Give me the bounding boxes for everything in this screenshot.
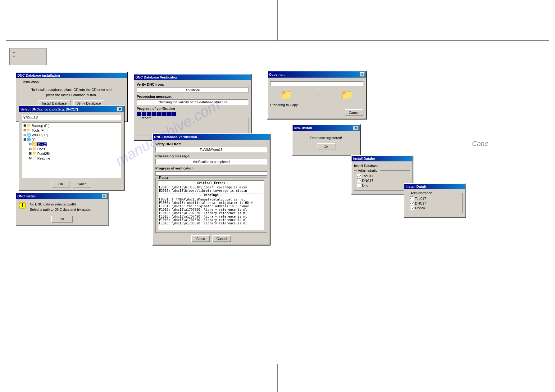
expand-icon: ⊟ (23, 137, 26, 142)
tree-item-tools[interactable]: ⊞ 📁 Tools [F:] (23, 128, 120, 133)
cb-dnc-1[interactable]: Dnc (357, 183, 407, 187)
expand-icon: ⊞ (23, 124, 26, 128)
critical-errors-header: — Critical Errors — (159, 181, 263, 185)
dnc-verification1-titlebar[interactable]: DNC Database Verification (134, 74, 251, 80)
error-message: No DNC data in selected path! Select a p… (30, 202, 91, 212)
install-datab1-admin-label: Administration (357, 169, 380, 172)
error-ok-button[interactable]: OK (51, 216, 73, 223)
cb-dnc17-1[interactable]: ✓ DNC17 (357, 178, 407, 182)
dnc-install-error-titlebar[interactable]: DNC install ✕ (16, 193, 108, 199)
dnc-install-ok-message: Database registered! (295, 136, 357, 140)
dnc17-label-1: DNC17 (362, 179, 373, 182)
copying-progress-bar (270, 81, 363, 86)
dnc-verification2-dialog: DNC Database Verification Verify DNC fro… (152, 133, 270, 245)
installation-group-label: Installation (21, 80, 40, 84)
tree-item-docs[interactable]: ⊞ 📁 Docs (23, 146, 120, 151)
install-datab2-admin-label: Administration (410, 191, 433, 195)
report-line7: F1010: \dnc13\a1707330: library referenc… (159, 211, 263, 215)
cb-dnc17-2[interactable]: ✓ DNC17 (410, 201, 460, 205)
dnc-installation-titlebar[interactable]: DNC Database installation (16, 73, 127, 78)
error-close-btn[interactable]: ✕ (102, 194, 107, 198)
verification2-cancel-button[interactable]: Cancel (212, 235, 231, 242)
tree-item-y[interactable]: ⊟ 🌐 [Y:] (23, 137, 120, 142)
cb-tod017-1[interactable]: ✓ Tod017 (357, 174, 407, 178)
report-label2: Report (158, 176, 170, 179)
report-line5: F1031: \dnc13: the originator address is… (159, 205, 263, 208)
dnc-checkbox-1[interactable] (357, 183, 361, 187)
dnc17-label-2: DNC17 (415, 201, 426, 205)
install-datab1-admin-group: Administration ✓ Tod017 ✓ DNC17 Dnc (354, 170, 410, 191)
processing-value1: Checking the validity of the database st… (137, 99, 248, 105)
report-textarea2[interactable]: — Critical Errors — E2010: \dnc13\h13160… (158, 180, 264, 230)
progress-label2: Progress of verification (155, 166, 267, 170)
expand-icon: ⊞ (29, 151, 32, 155)
expand-icon: ⊞ (29, 142, 32, 146)
copying-title: Copying... (269, 73, 285, 76)
warnings-header: — Warnings — (159, 193, 263, 197)
dnc-install-ok-button[interactable]: OK (317, 143, 335, 150)
verify-from-label1: Verify DNC from: (137, 83, 248, 86)
copying-titlebar[interactable]: Copying... ✕ (268, 71, 366, 78)
dnc-install-ok-close-btn[interactable]: ✕ (353, 126, 358, 130)
install-datab2-titlebar[interactable]: Install Datab (404, 184, 465, 189)
tree-item-vdu09[interactable]: ⊞ 🌐 Vdu09 [X:] (23, 133, 120, 137)
copying-cancel-button[interactable]: Cancel (345, 109, 363, 116)
dnc-verification1-dialog: DNC Database Verification Verify DNC fro… (134, 74, 252, 140)
copying-close-btn[interactable]: ✕ (360, 72, 365, 77)
source-folder-icon: 📁 (280, 89, 293, 101)
progress-bar1 (137, 112, 248, 116)
folder-icon: 📁 (32, 142, 37, 146)
dest-folder-icon: 📁 (341, 89, 353, 101)
tod017-checkbox-1[interactable]: ✓ (357, 174, 361, 178)
top-rule (6, 40, 549, 41)
tree-item-dnc2[interactable]: ⊞ 📁 Dnc2 (23, 142, 120, 146)
dnc24-checkbox-2[interactable]: ✓ (410, 206, 414, 210)
dnc-verification2-titlebar[interactable]: DNC Database Verification (153, 134, 270, 140)
report-content1 (139, 121, 246, 133)
report-group2: Report — Critical Errors — E2010: \dnc13… (155, 178, 267, 233)
install-datab1-titlebar[interactable]: Install Databe (352, 156, 412, 161)
dnc17-checkbox-1[interactable]: ✓ (357, 178, 361, 182)
dest-folder: 📁 (341, 89, 353, 101)
progress-bar2-empty (155, 171, 267, 176)
tree-item-fund254[interactable]: ⊞ 📁 Fund254 (23, 151, 120, 156)
processing-value2: Verification is completed (155, 159, 267, 164)
select-dnc-close-btn[interactable]: ✕ (117, 107, 122, 111)
folder-icon: 📁 (27, 124, 31, 128)
folder-icon: 🌐 (27, 137, 31, 142)
tree-item-backup[interactable]: ⊞ 📁 Backup (E:) (23, 123, 120, 128)
select-dnc-cancel-button[interactable]: Cancel (73, 181, 91, 187)
verification2-close-button[interactable]: Close (191, 235, 210, 242)
select-dnc-titlebar[interactable]: Select DNCxx location (e.g. DNC17) ✕ (19, 106, 124, 112)
tree-item-readme[interactable]: ⊠ 📄 Readme (23, 156, 120, 160)
verify-from-label2: Verify DNC from: (155, 142, 267, 146)
copying-status: Preparing to Copy (270, 103, 363, 107)
cb-tod017-2[interactable]: ✓ Tod017 (410, 196, 460, 201)
report-line9: F1010: \dnc13\a1707640: library referenc… (159, 218, 263, 222)
folder-icon: 📁 (27, 128, 31, 132)
dnc-install-ok-titlebar[interactable]: DNC Install ✕ (293, 125, 360, 131)
copy-arrow-icon: → (314, 89, 320, 101)
expand-icon: ⊞ (29, 147, 32, 151)
install-datab2-admin-group: Administration ✓ Tod017 ✓ DNC17 ✓ Dnc24 (407, 193, 463, 213)
dnc-installation-title: DNC Database installation (17, 74, 60, 77)
dnc-install-error-title: DNC install (17, 194, 36, 198)
center-vert-rule (277, 0, 278, 40)
dnc-verification1-title: DNC Database Verification (135, 75, 178, 79)
report-label1: Report (139, 116, 152, 120)
folder-icon: 🌐 (27, 133, 31, 137)
folder-icon: 📄 (32, 156, 37, 160)
verify-from-value2: F:\NIMA\dnc13 (155, 147, 267, 152)
report-line8: F1010: \dnc13\a1707420: library referenc… (159, 215, 263, 218)
dnc17-checkbox-2[interactable]: ✓ (410, 201, 414, 205)
copying-icons: 📁 → 📁 (270, 89, 363, 101)
cb-dnc24-2[interactable]: ✓ Dnc24 (410, 206, 460, 210)
select-dnc-ok-button[interactable]: OK (52, 181, 70, 187)
dnc-label-1: Dnc (362, 183, 368, 187)
dnc-path-input[interactable] (22, 115, 121, 120)
tod017-checkbox-2[interactable]: ✓ (410, 196, 414, 201)
dnc-install-error-dialog: DNC install ✕ ! No DNC data in selected … (16, 192, 109, 226)
install-datab1-title: Install Databe (353, 157, 375, 160)
folder-icon: 📁 (32, 147, 37, 151)
dnc-tree[interactable]: ⊞ 📁 Backup (E:) ⊞ 📁 Tools [F:] ⊞ 🌐 Vdu09… (22, 122, 121, 178)
